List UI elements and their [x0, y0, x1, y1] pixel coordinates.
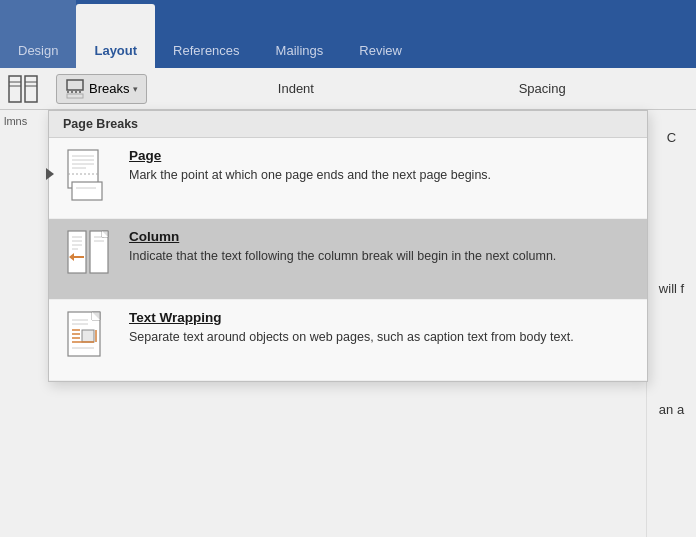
right-text-1: C [667, 130, 676, 145]
ribbon-tabs: Design Layout References Mailings Review [0, 0, 696, 68]
breaks-dropdown: Page Breaks Page [48, 110, 648, 382]
text-wrapping-item[interactable]: Text Wrapping Separate text around objec… [49, 300, 647, 381]
text-wrapping-text: Text Wrapping Separate text around objec… [129, 310, 633, 347]
breaks-label: Breaks [89, 81, 129, 96]
column-break-item[interactable]: Column Indicate that the text following … [49, 219, 647, 300]
breaks-button[interactable]: Breaks ▾ [56, 74, 147, 104]
tab-design[interactable]: Design [0, 0, 76, 68]
tab-review[interactable]: Review [341, 0, 420, 68]
columns-stub [8, 75, 48, 103]
tab-references[interactable]: References [155, 0, 257, 68]
column-break-title: Column [129, 229, 633, 244]
column-break-text: Column Indicate that the text following … [129, 229, 633, 266]
right-sidebar: C will f an a [646, 110, 696, 537]
tab-layout[interactable]: Layout [76, 4, 155, 68]
page-icon-svg [66, 148, 112, 204]
breaks-dropdown-arrow: ▾ [133, 84, 138, 94]
page-break-desc: Mark the point at which one page ends an… [129, 167, 633, 185]
right-line1: C [667, 130, 676, 145]
page-break-text: Page Mark the point at which one page en… [129, 148, 633, 185]
spacing-label: Spacing [519, 81, 566, 96]
right-line3: an a [659, 402, 684, 417]
indent-label: Indent [278, 81, 314, 96]
svg-rect-6 [67, 80, 83, 90]
svg-rect-0 [9, 76, 21, 102]
right-line2: will f [659, 281, 684, 296]
page-breaks-header: Page Breaks [49, 111, 647, 138]
page-break-title: Page [129, 148, 633, 163]
text-wrapping-desc: Separate text around objects on web page… [129, 329, 633, 347]
svg-rect-1 [25, 76, 37, 102]
svg-rect-15 [72, 182, 102, 200]
text-wrapping-title: Text Wrapping [129, 310, 633, 325]
page-break-icon [63, 148, 115, 208]
right-text-3: an a [659, 402, 684, 417]
column-break-icon [63, 229, 115, 289]
text-wrapping-icon [63, 310, 115, 370]
left-sidebar: lmns [4, 115, 27, 127]
column-break-desc: Indicate that the text following the col… [129, 248, 633, 266]
svg-rect-8 [67, 94, 83, 98]
breaks-icon [65, 79, 85, 99]
left-sidebar-text: lmns [4, 115, 27, 127]
column-icon-svg [66, 229, 112, 289]
tab-mailings[interactable]: Mailings [258, 0, 342, 68]
right-text-2: will f [659, 281, 684, 296]
svg-rect-33 [82, 330, 94, 342]
page-break-item[interactable]: Page Mark the point at which one page en… [49, 138, 647, 219]
textwrap-icon-svg [66, 310, 112, 370]
ribbon-bar: Breaks ▾ Indent Spacing [0, 68, 696, 110]
